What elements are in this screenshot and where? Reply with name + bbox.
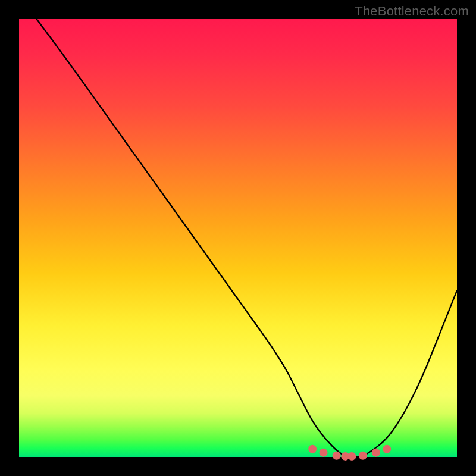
marker-dot [333,452,341,460]
marker-dot [372,449,380,457]
plot-area [19,19,457,457]
marker-dot [308,445,317,453]
chart-frame: TheBottleneck.com [0,0,476,476]
marker-dot [347,452,356,461]
bottleneck-curve [36,19,457,457]
marker-dot [320,449,328,457]
marker-dot [383,445,391,453]
watermark-text: TheBottleneck.com [355,4,469,19]
marker-dot [359,452,367,460]
curve-svg [19,19,457,457]
optimal-range-dots [308,445,391,461]
